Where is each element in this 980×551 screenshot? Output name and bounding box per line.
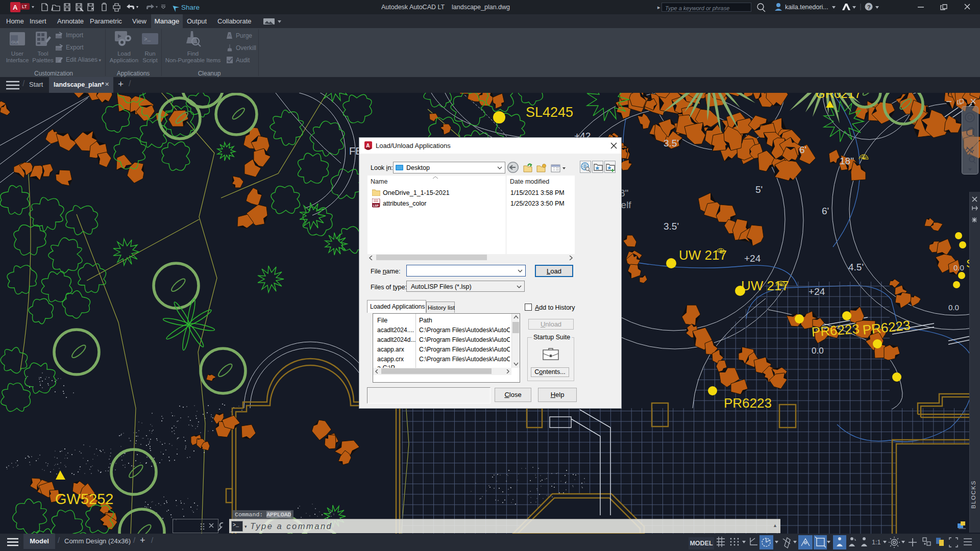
- svg-text:3.5': 3.5': [664, 138, 679, 148]
- svg-text:GR0217: GR0217: [816, 93, 861, 101]
- svg-text:18": 18": [840, 156, 854, 166]
- svg-text:?: ?: [867, 4, 871, 10]
- svg-text:PR6223: PR6223: [811, 321, 860, 339]
- svg-text:3.5': 3.5': [664, 221, 679, 232]
- svg-text:4.5': 4.5': [848, 262, 864, 272]
- svg-text:kaila.tenedori...: kaila.tenedori...: [785, 4, 828, 11]
- svg-text:PR6223: PR6223: [862, 317, 911, 338]
- svg-text:Share: Share: [181, 4, 200, 11]
- svg-text:0.0: 0.0: [948, 303, 959, 312]
- svg-text:GW5252: GW5252: [55, 491, 113, 507]
- svg-text:A: A: [228, 33, 231, 38]
- svg-text:UW 217: UW 217: [679, 247, 727, 263]
- svg-text:CUIX: CUIX: [56, 35, 63, 38]
- svg-text:6': 6': [799, 144, 806, 155]
- svg-text:0.0: 0.0: [812, 346, 824, 356]
- svg-text:LSP: LSP: [373, 204, 379, 207]
- svg-text:0.0: 0.0: [953, 263, 964, 272]
- svg-text:>_: >_: [144, 36, 151, 42]
- svg-text:+24: +24: [808, 286, 825, 297]
- svg-text:6': 6': [822, 206, 829, 216]
- svg-text:+24: +24: [744, 253, 761, 264]
- svg-text:SL4245: SL4245: [526, 105, 573, 120]
- svg-text:A: A: [13, 4, 18, 11]
- svg-text:PR6223: PR6223: [724, 395, 772, 411]
- svg-text:5': 5': [755, 184, 763, 195]
- svg-text:GUI: GUI: [11, 40, 18, 44]
- svg-text:LT: LT: [22, 4, 27, 9]
- svg-text:A: A: [366, 143, 370, 148]
- svg-text:1:1: 1:1: [872, 539, 880, 546]
- svg-text:CUIX: CUIX: [56, 47, 63, 51]
